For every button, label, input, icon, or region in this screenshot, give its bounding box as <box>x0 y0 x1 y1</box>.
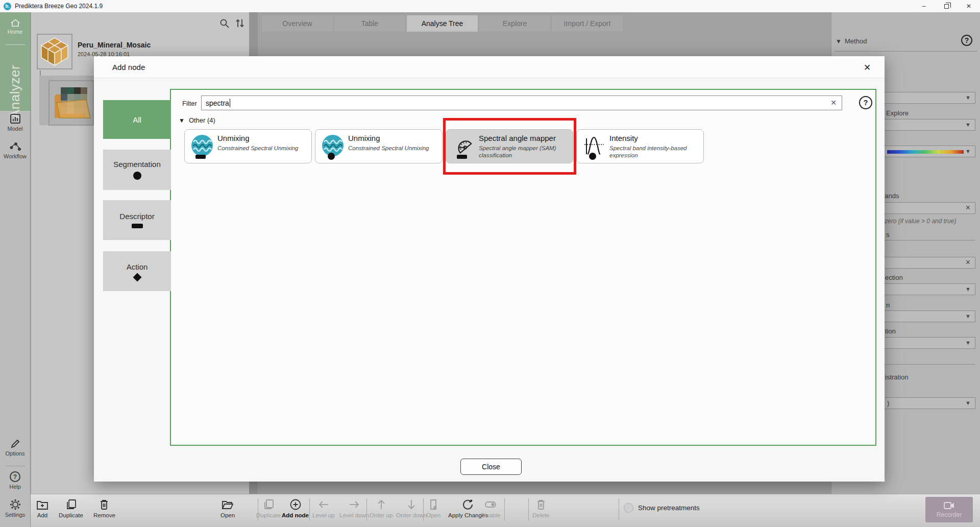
n-label-partial: n <box>886 301 890 309</box>
gear-settings-icon <box>9 498 21 511</box>
toolbar-divider <box>504 498 505 521</box>
open-node-button[interactable]: Open <box>426 498 440 518</box>
rail-item-options[interactable]: Options <box>0 438 30 457</box>
method-collapse-chevron[interactable]: ▼ <box>836 38 842 45</box>
category-descriptor-button[interactable]: Descriptor <box>103 200 171 240</box>
show-pretreatments-toggle[interactable] <box>624 503 633 513</box>
toolbar-divider <box>423 498 424 521</box>
order-down-button[interactable]: Order down <box>396 498 427 518</box>
duplicate-node-button[interactable]: Duplicate <box>256 498 281 518</box>
model-chart-icon <box>9 113 21 125</box>
add-node-button[interactable]: Add node <box>282 498 309 518</box>
colormap-gradient <box>887 150 964 154</box>
category-all-button[interactable]: All <box>103 100 171 139</box>
title-bar: b. Prediktera Breeze Geo 2024.1.9 – ✕ <box>0 0 980 12</box>
order-up-button[interactable]: Order up <box>370 498 393 518</box>
toolbar-divider <box>619 498 619 521</box>
arrow-right-icon <box>348 498 361 511</box>
category-action-button[interactable]: Action <box>103 251 171 291</box>
bottom-toolbar: Add Duplicate Remove Open Duplicate Add … <box>31 494 980 527</box>
group-other-header[interactable]: ▼ Other (4) <box>179 116 215 124</box>
node-list-panel: Filter spectra ✕ ? ▼ Other (4) <box>170 89 876 446</box>
close-window-button[interactable]: ✕ <box>958 0 980 12</box>
category-segmentation-button[interactable]: Segmentation <box>103 150 171 190</box>
tab-bar: Overview Table Analyse Tree Explore Impo… <box>262 15 623 32</box>
add-node-dialog: Add node ✕ All Segmentation Descriptor A… <box>94 56 885 482</box>
tion-label-partial: tion <box>885 327 896 335</box>
home-icon <box>10 18 21 28</box>
rail-divider <box>6 466 25 466</box>
duplicate-button[interactable]: Duplicate <box>59 498 83 518</box>
video-camera-icon <box>943 501 955 510</box>
selection-highlight-box <box>443 118 576 175</box>
level-down-button[interactable]: Level down <box>339 498 369 518</box>
search-icon[interactable] <box>219 18 230 29</box>
mosaic-cube-icon <box>38 35 71 68</box>
s-label-partial: s <box>886 231 890 238</box>
tab-overview[interactable]: Overview <box>262 15 333 32</box>
istration-label-partial: istration <box>885 373 909 381</box>
clear-icon[interactable]: ✕ <box>965 258 971 266</box>
ection-label-partial: ection <box>885 274 903 281</box>
rail-item-model[interactable]: Model <box>0 113 30 132</box>
sync-icon <box>461 498 475 511</box>
marker-circle-icon <box>589 153 596 160</box>
left-rail: Home Analyzer Model Workflow Options ? H… <box>0 12 31 527</box>
toolbar-divider <box>309 498 310 521</box>
node-card-unmixing-2[interactable]: Unmixing Constrained Spectral Unmixing <box>315 129 443 163</box>
recorder-button[interactable]: Recorder <box>925 497 973 522</box>
trash-icon <box>535 498 547 511</box>
clear-icon[interactable]: ✕ <box>965 204 971 211</box>
restore-icon <box>944 4 949 9</box>
dataset-thumbnail[interactable] <box>37 34 72 69</box>
disable-button[interactable]: Disable <box>481 498 500 518</box>
node-card-intensity[interactable]: Intensity Spectral band intensity-based … <box>576 129 704 163</box>
filter-label: Filter <box>182 100 197 107</box>
sort-icon[interactable] <box>234 17 246 29</box>
restore-button[interactable] <box>935 0 958 12</box>
rail-item-analyzer[interactable]: Analyzer <box>0 61 31 122</box>
file-open-icon <box>428 498 439 511</box>
add-button[interactable]: Add <box>36 498 49 518</box>
open-folder-icon <box>221 498 234 511</box>
divider <box>835 51 977 52</box>
duplicate-icon <box>65 498 77 511</box>
show-pretreatments-label: Show pretreatments <box>638 504 700 512</box>
tab-analyse-tree[interactable]: Analyse Tree <box>407 15 478 32</box>
remove-button[interactable]: Remove <box>93 498 115 518</box>
help-icon: ? <box>9 471 21 483</box>
node-card-unmixing-1[interactable]: Unmixing Constrained Spectral Unmixing <box>184 129 312 163</box>
pencil-options-icon <box>10 438 21 449</box>
filter-clear-icon[interactable]: ✕ <box>830 99 837 107</box>
dialog-close-icon[interactable]: ✕ <box>861 61 873 74</box>
tab-import-export[interactable]: Import / Export <box>552 15 623 32</box>
descriptor-symbol-icon <box>132 224 143 228</box>
dataset-title[interactable]: Peru_Mineral_Mosaic 2024-05-28 10:16:01 <box>78 41 151 57</box>
open-button[interactable]: Open <box>220 498 235 518</box>
app-window: b. Prediktera Breeze Geo 2024.1.9 – ✕ Ho… <box>0 0 980 527</box>
close-dialog-button[interactable]: Close <box>460 459 522 475</box>
marker-circle-icon <box>328 153 335 160</box>
filter-input[interactable]: spectra ✕ <box>201 95 842 110</box>
rail-item-settings[interactable]: Settings <box>0 498 30 518</box>
tab-explore[interactable]: Explore <box>479 15 550 32</box>
level-up-button[interactable]: Level up <box>312 498 334 518</box>
method-help-icon[interactable]: ? <box>961 35 972 46</box>
add-node-plus-icon <box>289 498 302 511</box>
rail-item-home[interactable]: Home <box>0 18 30 35</box>
duplicate-icon <box>262 498 275 511</box>
unmixing-waves-icon <box>191 134 213 157</box>
rail-item-help[interactable]: ? Help <box>0 471 30 490</box>
delete-button[interactable]: Delete <box>532 498 549 518</box>
dialog-title: Add node <box>112 63 145 71</box>
tab-table[interactable]: Table <box>334 15 405 32</box>
rail-item-workflow[interactable]: Workflow <box>0 141 30 159</box>
minimize-button[interactable]: – <box>913 0 935 12</box>
analysis-thumbnail[interactable] <box>48 80 94 126</box>
filter-help-icon[interactable]: ? <box>859 96 872 109</box>
toggle-icon <box>483 498 498 511</box>
action-symbol-icon <box>133 273 141 281</box>
toolbar-divider <box>366 498 367 521</box>
arrow-up-icon <box>375 498 387 511</box>
segmentation-symbol-icon <box>133 172 141 180</box>
